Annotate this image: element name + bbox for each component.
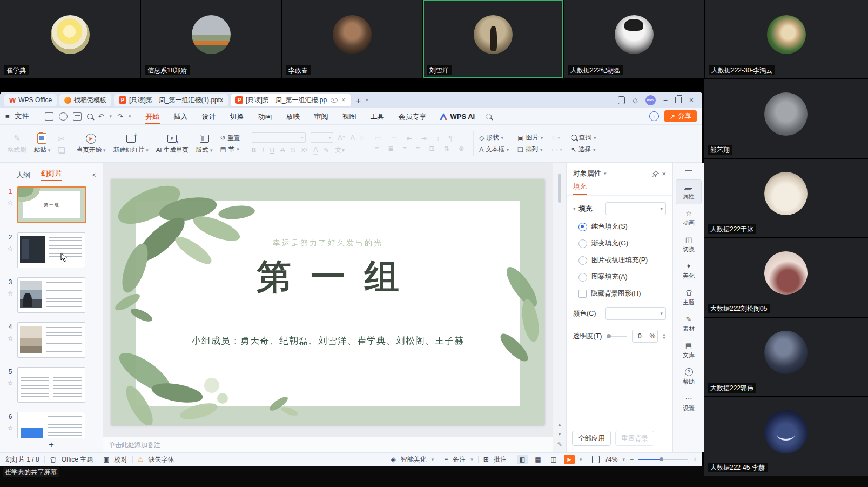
video-tile[interactable]: 大数据222-45-李赫	[704, 397, 868, 476]
checkbox-icon[interactable]	[578, 290, 587, 298]
vertical-scrollbar[interactable]: ▴ ▾ ✎	[553, 163, 566, 452]
new-slide-button[interactable]: 新建幻灯片 ▾	[113, 133, 148, 154]
apply-all-button[interactable]: 全部应用	[572, 431, 611, 446]
radio-icon[interactable]	[578, 273, 587, 282]
video-tile[interactable]: 大数据222纪朝磊	[564, 0, 704, 78]
shapes-button[interactable]: ◇ 形状▾	[479, 134, 509, 142]
reset-background-button[interactable]: 重置背景	[615, 431, 654, 446]
print-preview-icon[interactable]	[87, 114, 93, 119]
wps-ai-button[interactable]: WPS AI	[433, 112, 481, 121]
star-icon[interactable]: ☆	[8, 335, 14, 342]
tab-home[interactable]: 开始	[138, 109, 166, 124]
close-button[interactable]: ×	[689, 96, 694, 104]
picture-button[interactable]: ▣ 图片▾	[517, 134, 543, 142]
transparency-input[interactable]: 0 %	[632, 330, 658, 343]
paste-button[interactable]: 粘贴 ▾	[34, 133, 51, 154]
option-pattern-fill[interactable]: 图案填充(A)	[567, 269, 672, 285]
sidebar-item-theme[interactable]: 主题	[676, 285, 702, 310]
more-caret-icon[interactable]: ▾	[129, 114, 131, 119]
ai-generate-page-button[interactable]: P AI 生成单页	[156, 133, 189, 154]
tab-presentation-2-active[interactable]: P [只读]第二周_第一组汇报.pp ×	[231, 94, 351, 106]
hide-sidebar-icon[interactable]: —	[685, 166, 692, 178]
slideshow-play-button[interactable]: ▶	[564, 455, 575, 464]
tab-presentation-1[interactable]: P [只读]第二周_第一组汇报(1).pptx	[114, 94, 228, 106]
office-theme-label[interactable]: Office 主题	[62, 455, 93, 464]
sidebar-item-properties[interactable]: 属性	[676, 179, 702, 204]
missing-fonts-label[interactable]: 缺失字体	[148, 455, 174, 464]
slide-thumbnail-3[interactable]: 3 ☆	[3, 277, 98, 313]
previous-slide-icon[interactable]: ▴	[559, 422, 561, 427]
tab-docer-templates[interactable]: 找稻壳模板	[59, 94, 111, 106]
panel-title-caret-icon[interactable]: ▾	[604, 171, 607, 176]
video-tile[interactable]: 大数据222-30-李鸿云	[705, 0, 868, 78]
slide-1[interactable]: 幸运是努力了好久发出的光 第一组 小组成员：勇天奇、纪朝磊、刘雪洋、崔学典、刘松…	[111, 179, 544, 425]
transparency-slider[interactable]	[607, 336, 627, 337]
option-picture-fill[interactable]: 图片或纹理填充(P)	[567, 252, 672, 269]
video-tile[interactable]: 大数据222郭伟	[704, 318, 868, 396]
tab-slideshow[interactable]: 放映	[279, 109, 307, 124]
video-tile[interactable]: 熊艺翔	[704, 79, 868, 158]
fill-preset-dropdown[interactable]: ▾	[605, 202, 666, 215]
beautify-label[interactable]: 智能美化	[401, 455, 427, 464]
sidebar-item-animation[interactable]: ☆ 动画	[676, 206, 702, 231]
radio-icon[interactable]	[578, 223, 587, 231]
video-tile[interactable]: 李政春	[282, 0, 422, 78]
fill-tab[interactable]: 填充	[573, 182, 587, 195]
tab-design[interactable]: 设计	[194, 109, 223, 124]
scrollbar-thumb[interactable]	[558, 174, 561, 203]
zoom-level[interactable]: 74%	[604, 456, 617, 463]
slides-tab[interactable]: 幻灯片	[41, 169, 62, 181]
redo-icon[interactable]: ↷	[117, 112, 123, 121]
video-tile[interactable]: 信息系18郑婧	[141, 0, 281, 78]
tab-close-icon[interactable]: ×	[340, 96, 346, 104]
export-icon[interactable]	[59, 112, 68, 121]
slide-thumbnail-6[interactable]: 6 ☆	[3, 412, 98, 438]
tab-list-caret-icon[interactable]: ▾	[366, 97, 368, 103]
sidebar-item-library[interactable]: ▤ 文库	[676, 338, 702, 363]
arrange-button[interactable]: ❏ 排列▾	[517, 145, 543, 154]
workspace-icon[interactable]: ◇	[633, 96, 638, 104]
star-icon[interactable]: ☆	[8, 290, 14, 297]
video-tile[interactable]: 崔学典	[0, 0, 140, 78]
radio-icon[interactable]	[578, 256, 587, 265]
pin-icon[interactable]	[652, 170, 659, 177]
outline-tab[interactable]: 大纲	[16, 170, 30, 180]
zoom-in-icon[interactable]: +	[693, 456, 697, 463]
cloud-upload-icon[interactable]: ↑	[649, 111, 659, 121]
normal-view-icon[interactable]: ◧	[517, 455, 528, 464]
textbox-button[interactable]: A 文本框▾	[479, 145, 509, 154]
notes-label[interactable]: 备注	[453, 455, 466, 464]
option-solid-fill[interactable]: 纯色填充(S)	[567, 218, 672, 235]
undo-icon[interactable]: ↶	[98, 112, 104, 121]
comments-label[interactable]: 批注	[494, 455, 507, 464]
zoom-out-icon[interactable]: −	[630, 456, 634, 463]
radio-icon[interactable]	[578, 239, 587, 248]
slide-canvas[interactable]: 幸运是努力了好久发出的光 第一组 小组成员：勇天奇、纪朝磊、刘雪洋、崔学典、刘松…	[103, 163, 553, 437]
tab-tools[interactable]: 工具	[363, 109, 391, 124]
star-icon[interactable]: ☆	[8, 199, 14, 206]
add-slide-button[interactable]: +	[49, 439, 54, 450]
fit-window-icon[interactable]	[592, 456, 600, 463]
select-button[interactable]: ↖ 选择▾	[571, 145, 596, 154]
section-button[interactable]: ▤ 节 ▾	[220, 145, 240, 154]
slide-thumbnail-1[interactable]: 1 ☆ 第一组	[3, 186, 98, 223]
print-icon[interactable]	[73, 112, 82, 121]
star-icon[interactable]: ☆	[8, 379, 14, 387]
search-icon[interactable]	[486, 114, 492, 119]
video-tile[interactable]: 大数据222刘松阁05	[704, 238, 868, 317]
slide-thumbnail-4[interactable]: 4 ☆	[3, 322, 98, 358]
video-tile-active-speaker[interactable]: 刘雪洋	[423, 0, 563, 78]
play-options-caret-icon[interactable]: ▾	[580, 457, 582, 462]
tab-wps-home[interactable]: W WPS Office	[4, 94, 57, 106]
slider-knob[interactable]	[607, 334, 611, 338]
tab-insert[interactable]: 插入	[166, 109, 194, 124]
sidebar-item-help[interactable]: ? 帮助	[676, 365, 702, 390]
option-hide-background[interactable]: 隐藏背景图形(H)	[567, 285, 672, 302]
section-collapse-icon[interactable]: ▾	[573, 206, 576, 211]
spinner[interactable]: ▲▼	[662, 333, 666, 340]
option-gradient-fill[interactable]: 渐变填充(G)	[567, 235, 672, 252]
proofing-label[interactable]: 校对	[115, 455, 127, 464]
reset-button[interactable]: ↺ 重置	[220, 134, 240, 142]
panel-close-icon[interactable]: ×	[662, 170, 666, 178]
slide-thumbnail-5[interactable]: 5 ☆	[3, 367, 98, 403]
